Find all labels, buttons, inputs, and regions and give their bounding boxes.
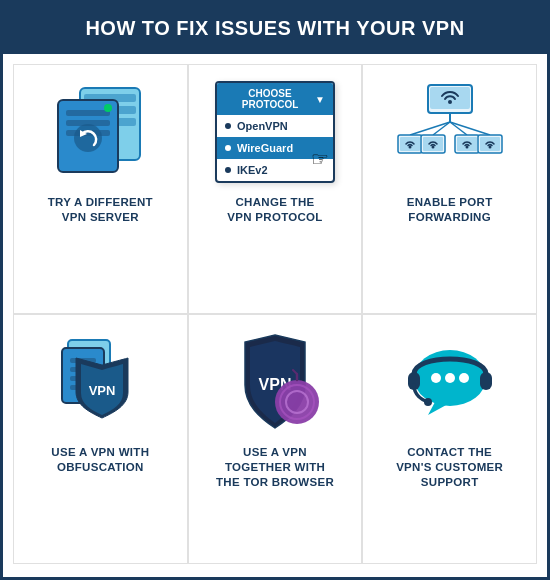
cell-support: CONTACT THEVPN'S CUSTOMERSUPPORT (362, 314, 537, 564)
cell-port: ENABLE PORTFORWARDING (362, 64, 537, 314)
port-forwarding-icon (385, 77, 515, 187)
svg-point-45 (431, 373, 441, 383)
header-title: HOW TO FIX ISSUES WITH YOUR VPN (85, 17, 464, 39)
ikev2-label: IKEv2 (237, 164, 268, 176)
support-icon (385, 327, 515, 437)
main-grid: TRY A DIFFERENTVPN SERVER CHOOSE PROTOCO… (3, 54, 547, 574)
server-label: TRY A DIFFERENTVPN SERVER (48, 195, 153, 225)
protocol-label: CHANGE THEVPN PROTOCOL (227, 195, 322, 225)
svg-line-17 (450, 122, 467, 135)
cell-obfuscation: VPN USE A VPN WITHOBFUSCATION (13, 314, 188, 564)
support-label: CONTACT THEVPN'S CUSTOMERSUPPORT (396, 445, 503, 490)
svg-rect-12 (430, 87, 470, 109)
svg-point-21 (408, 145, 411, 148)
tor-label: USE A VPNTOGETHER WITHTHE TOR BROWSER (216, 445, 334, 490)
svg-text:VPN: VPN (89, 383, 116, 398)
svg-line-16 (433, 122, 450, 135)
cell-tor: VPN USE A VPNTOGETHER WITHTHE TOR BROWSE… (188, 314, 363, 564)
svg-point-46 (445, 373, 455, 383)
wireguard-label: WireGuard (237, 142, 293, 154)
openvpn-dot (225, 123, 231, 129)
port-label: ENABLE PORTFORWARDING (407, 195, 493, 225)
svg-point-10 (104, 104, 112, 112)
svg-rect-49 (480, 372, 492, 390)
svg-point-24 (431, 145, 434, 148)
protocol-dropdown[interactable]: CHOOSE PROTOCOL ▼ OpenVPN WireGuard IKEv… (215, 81, 335, 183)
svg-point-30 (488, 145, 491, 148)
svg-line-15 (410, 122, 450, 135)
svg-line-18 (450, 122, 490, 135)
obfuscation-icon: VPN (35, 327, 165, 437)
protocol-icon: CHOOSE PROTOCOL ▼ OpenVPN WireGuard IKEv… (210, 77, 340, 187)
svg-point-8 (74, 124, 102, 152)
obfuscation-label: USE A VPN WITHOBFUSCATION (51, 445, 149, 475)
server-icon (35, 77, 165, 187)
protocol-header-text: CHOOSE PROTOCOL (225, 88, 315, 110)
svg-point-13 (448, 100, 452, 104)
svg-point-39 (275, 380, 319, 424)
cell-protocol: CHOOSE PROTOCOL ▼ OpenVPN WireGuard IKEv… (188, 64, 363, 314)
openvpn-label: OpenVPN (237, 120, 288, 132)
protocol-header: CHOOSE PROTOCOL ▼ (217, 83, 333, 115)
svg-rect-5 (66, 110, 110, 116)
svg-point-50 (424, 398, 432, 406)
svg-point-47 (459, 373, 469, 383)
protocol-item-openvpn[interactable]: OpenVPN (217, 115, 333, 137)
svg-point-27 (465, 145, 468, 148)
dropdown-arrow-icon: ▼ (315, 94, 325, 105)
wireguard-dot (225, 145, 231, 151)
header: HOW TO FIX ISSUES WITH YOUR VPN (3, 3, 547, 54)
tor-icon: VPN (210, 327, 340, 437)
cursor-hand-icon: ☞ (311, 147, 329, 171)
ikev2-dot (225, 167, 231, 173)
cell-server: TRY A DIFFERENTVPN SERVER (13, 64, 188, 314)
